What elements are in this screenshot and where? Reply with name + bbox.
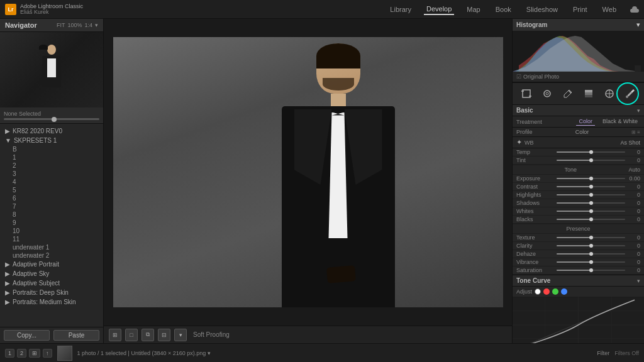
slider-texture: Texture 0: [513, 234, 644, 242]
graduated-filter-tool[interactable]: [580, 85, 597, 102]
paste-button[interactable]: Paste: [53, 330, 99, 341]
filmstrip-page-2[interactable]: 2: [17, 349, 26, 358]
profile-more-icon[interactable]: ≡: [637, 129, 640, 135]
histogram-collapse-icon[interactable]: ▾: [636, 21, 640, 29]
svg-rect-9: [585, 92, 592, 95]
filmstrip-page-1[interactable]: 1: [5, 349, 14, 358]
svg-point-6: [546, 92, 548, 95]
view-options-button[interactable]: ▾: [174, 329, 187, 341]
wb-value[interactable]: As Shot: [620, 140, 640, 146]
channel-blue-dot[interactable]: [561, 288, 567, 295]
photo-subject: [263, 43, 414, 307]
histogram-header: Histogram ▾: [513, 19, 644, 31]
slider-vibrance-label: Vibrance: [516, 259, 554, 265]
film-thumbnail[interactable]: [57, 346, 72, 361]
zoom-quarter[interactable]: 1:4: [84, 22, 92, 28]
wb-label: WB: [525, 140, 543, 146]
wb-eyedropper-icon[interactable]: ✦: [516, 138, 522, 146]
slider-shadows-track[interactable]: [557, 202, 625, 204]
slider-temp: Temp 0: [513, 148, 644, 156]
slider-whites-track[interactable]: [557, 211, 625, 212]
preset-group-adaptive-subject[interactable]: ▶ Adaptive Subject: [0, 278, 103, 288]
cloud-icon: [629, 4, 639, 14]
preset-group-portraits-medium[interactable]: ▶ Portraits: Medium Skin: [0, 297, 103, 307]
image-area[interactable]: [104, 19, 512, 326]
nav-develop[interactable]: Develop: [424, 4, 454, 15]
zoom-fit[interactable]: FIT: [57, 22, 65, 28]
preset-item-underwater2[interactable]: underwater 2: [0, 251, 103, 260]
profile-grid-icon[interactable]: ⊞: [631, 129, 636, 135]
subject-neck: [331, 94, 346, 106]
slider-texture-track[interactable]: [557, 237, 625, 238]
view-survey-button[interactable]: ⊟: [158, 329, 170, 341]
preset-item-6[interactable]: 6: [0, 194, 103, 202]
slider-dehaze: Dehaze 0: [513, 250, 644, 258]
preset-item-10[interactable]: 10: [0, 227, 103, 235]
zoom-dropdown[interactable]: ▾: [95, 22, 98, 28]
spot-removal-tool[interactable]: [539, 85, 555, 102]
slider-dehaze-track[interactable]: [557, 253, 625, 255]
navigator-preview: [0, 32, 103, 107]
slider-saturation-value: 0: [628, 267, 640, 273]
treatment-color[interactable]: Color: [576, 118, 595, 126]
slider-vibrance-track[interactable]: [557, 261, 625, 263]
channel-red-dot[interactable]: [543, 288, 550, 295]
treatment-row: Treatment Color Black & White: [513, 116, 644, 128]
treatment-bw[interactable]: Black & White: [600, 118, 640, 126]
crop-tool[interactable]: [518, 85, 535, 102]
nav-web[interactable]: Web: [600, 4, 619, 14]
slider-blacks-track[interactable]: [557, 219, 625, 220]
nav-print[interactable]: Print: [570, 4, 590, 14]
targeted-adjustment-tool[interactable]: [601, 85, 618, 102]
nav-library[interactable]: Library: [387, 4, 414, 14]
brush-tool[interactable]: [560, 85, 576, 102]
preset-item-11[interactable]: 11: [0, 235, 103, 243]
slider-clarity: Clarity 0: [513, 242, 644, 250]
preset-group-adaptive-sky[interactable]: ▶ Adaptive Sky: [0, 269, 103, 278]
slider-tint-track[interactable]: [557, 160, 625, 161]
preset-item-8[interactable]: 8: [0, 211, 103, 219]
slider-saturation-track[interactable]: [557, 270, 625, 271]
preset-item-9[interactable]: 9: [0, 219, 103, 227]
channel-rgb-dot[interactable]: [535, 288, 541, 295]
preset-filter: None Selected: [0, 107, 103, 124]
view-loupe-button[interactable]: □: [125, 329, 138, 341]
channel-green-dot[interactable]: [552, 288, 558, 295]
slider-exposure-track[interactable]: [557, 178, 625, 179]
filmstrip-prev-import[interactable]: ↑: [43, 349, 52, 358]
tone-curve-canvas[interactable]: [513, 297, 644, 343]
preset-item-4[interactable]: 4: [0, 178, 103, 186]
slider-temp-track[interactable]: [557, 151, 625, 153]
preset-group-adaptive-portrait[interactable]: ▶ Adaptive Portrait: [0, 260, 103, 269]
preset-group-sk[interactable]: ▼ SKPRESETS 1: [0, 136, 103, 145]
histogram-canvas: [513, 31, 644, 72]
preset-item-3[interactable]: 3: [0, 170, 103, 178]
preset-slider[interactable]: [4, 118, 99, 120]
nav-map[interactable]: Map: [464, 4, 482, 14]
copy-button[interactable]: Copy...: [4, 330, 50, 341]
checkbox-icon[interactable]: ☑: [516, 74, 521, 80]
slider-whites-label: Whites: [516, 208, 554, 214]
tone-curve-collapse-icon[interactable]: ▾: [637, 278, 640, 284]
preset-item-underwater1[interactable]: underwater 1: [0, 243, 103, 251]
preset-group-kr82[interactable]: ▶ KR82 2020 REV0: [0, 126, 103, 136]
preset-item-b[interactable]: B: [0, 145, 103, 153]
filmstrip-grid-btn[interactable]: ⊞: [29, 349, 40, 358]
basic-collapse-icon[interactable]: ▾: [637, 107, 640, 114]
filter-value[interactable]: Filters Off: [614, 350, 639, 356]
zoom-100[interactable]: 100%: [67, 22, 82, 28]
preset-group-portraits-deep[interactable]: ▶ Portraits: Deep Skin: [0, 288, 103, 297]
view-compare-button[interactable]: ⧉: [142, 329, 154, 341]
eyedropper-tool[interactable]: [622, 85, 638, 102]
preset-item-1[interactable]: 1: [0, 153, 103, 162]
nav-book[interactable]: Book: [493, 4, 514, 14]
preset-item-5[interactable]: 5: [0, 186, 103, 194]
preset-item-2[interactable]: 2: [0, 162, 103, 170]
slider-clarity-track[interactable]: [557, 245, 625, 246]
preset-item-7[interactable]: 7: [0, 202, 103, 211]
slider-contrast-track[interactable]: [557, 186, 625, 187]
view-grid-button[interactable]: ⊞: [109, 329, 121, 341]
slider-highlights-track[interactable]: [557, 194, 625, 195]
nav-slideshow[interactable]: Slideshow: [524, 4, 560, 14]
slider-tint-value: 0: [628, 157, 640, 163]
